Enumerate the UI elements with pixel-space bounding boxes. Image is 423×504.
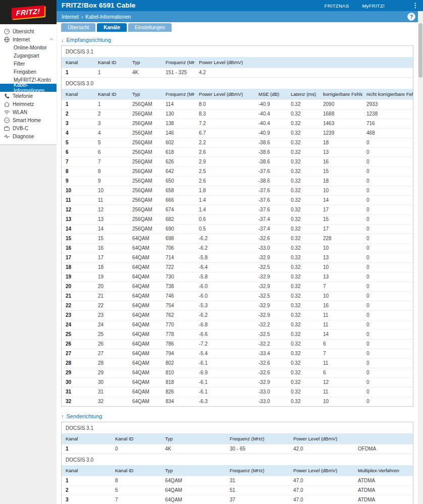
sidebar-menu: Übersicht Internet Online-Monitor Zugang… bbox=[0, 24, 57, 144]
table-cell: -32.9 bbox=[254, 301, 287, 311]
table-cell: 0 bbox=[362, 263, 413, 272]
sidebar-item-dvbc[interactable]: DVB-C bbox=[0, 124, 57, 132]
sidebar-item-label: DVB-C bbox=[13, 126, 28, 131]
table-cell: 0 bbox=[362, 330, 413, 340]
table-cell: 1688 bbox=[319, 109, 362, 119]
table-cell: -38.6 bbox=[254, 148, 287, 157]
sidebar-subitem-label: MyFRITZ!-Konto bbox=[14, 77, 51, 83]
table-cell: 64QAM bbox=[128, 340, 162, 349]
table-cell: 21 bbox=[94, 292, 128, 301]
sidebar-item-kabel-informationen[interactable]: Kabel-Informationen bbox=[0, 84, 57, 92]
sidebar-item-smart-home[interactable]: Smart Home bbox=[0, 116, 57, 124]
table-cell: -6.2 bbox=[195, 311, 254, 320]
table-cell: 3 bbox=[62, 495, 111, 504]
column-header: Kanal ID bbox=[111, 433, 161, 444]
fritz-logo[interactable]: FRITZ! bbox=[0, 0, 57, 24]
sidebar-item-wlan[interactable]: WLAN bbox=[0, 108, 57, 116]
table-header-row: KanalKanal IDTypFrequenz (MHz)Power Leve… bbox=[62, 89, 413, 100]
table-cell: 47.0 bbox=[289, 495, 354, 504]
sidebar-item-diagnose[interactable]: Diagnose bbox=[0, 132, 57, 140]
tab-bar: Übersicht Kanäle Einstellungen bbox=[57, 22, 418, 32]
table-cell: 256QAM bbox=[128, 157, 162, 167]
table-cell: -40.9 bbox=[254, 129, 287, 138]
table-cell: 0 bbox=[362, 397, 413, 407]
table-cell: 20 bbox=[62, 282, 94, 292]
table-cell: 0.32 bbox=[287, 359, 319, 368]
table-cell: 778 bbox=[162, 330, 195, 340]
table-row: 252564QAM778-6.6-32.50.32140 bbox=[62, 330, 413, 340]
table-row: 272764QAM794-5.4-33.40.3270 bbox=[62, 349, 413, 359]
table-cell: 1 bbox=[62, 100, 94, 109]
table-row: 212164QAM746-6.0-32.50.32100 bbox=[62, 292, 413, 301]
kebab-menu-icon[interactable]: ⋮ bbox=[412, 0, 418, 11]
table-cell: 256QAM bbox=[128, 215, 162, 225]
table-cell: 2.9 bbox=[195, 157, 254, 167]
scrollbar-thumb[interactable] bbox=[418, 23, 422, 78]
downstream-section-toggle[interactable]: ↓ Empfangsrichtung bbox=[61, 37, 111, 43]
table-cell: 706 bbox=[162, 244, 195, 253]
sidebar-item-filter[interactable]: Filter bbox=[0, 60, 57, 68]
table-cell: 7.2 bbox=[195, 119, 254, 129]
sidebar-item-heimnetz[interactable]: Heimnetz bbox=[0, 100, 57, 108]
sidebar-item-zugangsart[interactable]: Zugangsart bbox=[0, 51, 57, 60]
table-cell: 7 bbox=[111, 495, 161, 504]
table-cell: 13 bbox=[319, 272, 362, 282]
tab-kanaele[interactable]: Kanäle bbox=[97, 23, 127, 32]
table-cell: 0 bbox=[362, 368, 413, 378]
table-header-row: KanalKanal IDTypFrequenz (MHz)Power Leve… bbox=[62, 57, 413, 68]
table-cell: 5 bbox=[111, 486, 161, 495]
upstream-section-toggle[interactable]: ↑ Senderichtung bbox=[61, 413, 102, 419]
table-row: 55256QAM6022.2-38.60.32180 bbox=[62, 138, 413, 148]
table-cell: 64QAM bbox=[128, 330, 162, 340]
table-cell: -32.9 bbox=[254, 378, 287, 387]
table-cell: -6.1 bbox=[195, 378, 254, 387]
table-cell: 9 bbox=[94, 177, 128, 186]
sidebar-item-uebersicht[interactable]: Übersicht bbox=[0, 27, 57, 35]
table-row: 1212256QAM6741.4-37.60.32170 bbox=[62, 205, 413, 215]
myfritz-link[interactable]: MyFRITZ! bbox=[362, 3, 385, 9]
table-cell: 834 bbox=[162, 397, 195, 407]
table-cell: 738 bbox=[162, 282, 195, 292]
table-cell: 31 bbox=[94, 387, 128, 397]
sidebar-item-online-monitor[interactable]: Online-Monitor bbox=[0, 43, 57, 51]
table-cell: 0.32 bbox=[287, 119, 319, 129]
table-cell: -5.3 bbox=[195, 301, 254, 311]
table-cell: 47.0 bbox=[289, 486, 354, 495]
table-cell: -40.4 bbox=[254, 119, 287, 129]
table-cell: -6.6 bbox=[195, 330, 254, 340]
table-cell: 1 bbox=[62, 68, 94, 78]
table-cell: 12 bbox=[94, 205, 128, 215]
column-header: MSE (dB) bbox=[254, 89, 287, 100]
table-cell: -32.9 bbox=[254, 272, 287, 282]
column-header: Power Level (dBmV) bbox=[289, 465, 354, 476]
table-cell: 3 bbox=[94, 119, 128, 129]
table-cell: 10 bbox=[319, 263, 362, 272]
table-cell: 22 bbox=[62, 301, 94, 311]
table-row: 99256QAM6502.6-38.60.32180 bbox=[62, 177, 413, 186]
breadcrumb-section[interactable]: Internet bbox=[62, 14, 79, 20]
table-cell: 2.6 bbox=[195, 148, 254, 157]
sidebar-item-freigaben[interactable]: Freigaben bbox=[0, 68, 57, 76]
table-cell: 8.3 bbox=[195, 109, 254, 119]
table-cell: -32.9 bbox=[254, 282, 287, 292]
tab-uebersicht[interactable]: Übersicht bbox=[61, 23, 95, 32]
table-cell: 47.0 bbox=[289, 476, 354, 486]
help-icon[interactable]: ? bbox=[407, 13, 415, 21]
table-row: 292964QAM810-6.9-32.60.3260 bbox=[62, 368, 413, 378]
table-cell: 754 bbox=[162, 301, 195, 311]
fritznas-link[interactable]: FRITZNAS bbox=[325, 3, 349, 9]
table-cell: 1 bbox=[94, 68, 128, 78]
table-row: 181864QAM722-6.4-32.50.32100 bbox=[62, 263, 413, 272]
table-cell: 10 bbox=[319, 244, 362, 253]
sidebar-item-internet[interactable]: Internet bbox=[0, 35, 57, 43]
vertical-scrollbar[interactable] bbox=[418, 11, 423, 504]
breadcrumb-page: Kabel-Informationen bbox=[85, 14, 131, 20]
table-cell: 0.32 bbox=[287, 320, 319, 330]
table-cell: -33.0 bbox=[254, 244, 287, 253]
table-cell: 0.32 bbox=[287, 282, 319, 292]
tab-einstellungen[interactable]: Einstellungen bbox=[128, 23, 172, 32]
table-row: 2564QAM5147.0ATDMA bbox=[62, 486, 413, 495]
table-cell: -6.2 bbox=[195, 234, 254, 244]
sidebar: Übersicht Internet Online-Monitor Zugang… bbox=[0, 24, 57, 504]
table-cell: 0.32 bbox=[287, 196, 319, 205]
